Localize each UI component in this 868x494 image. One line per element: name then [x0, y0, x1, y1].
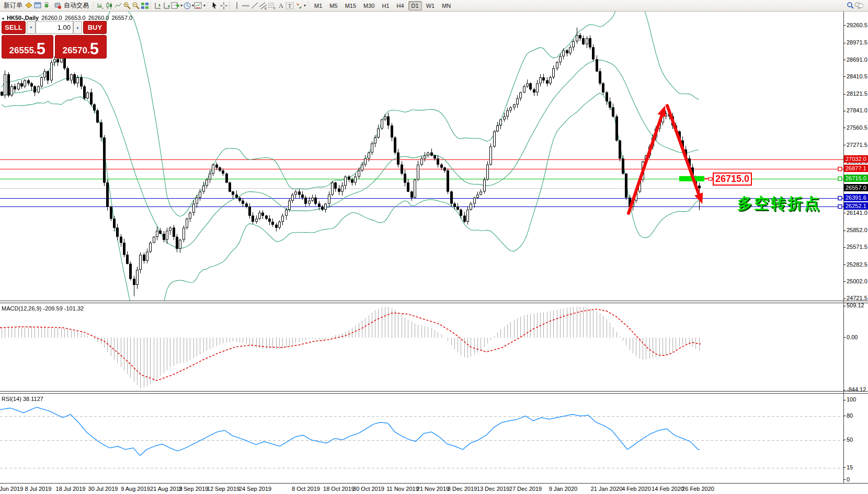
- tf-H4[interactable]: H4: [394, 1, 407, 10]
- autotrading-button[interactable]: 自动交易: [51, 1, 91, 10]
- svg-text:E: E: [265, 7, 267, 10]
- price-tick-mark: [843, 94, 846, 95]
- new-chart-icon[interactable]: [171, 1, 180, 10]
- candlestick-chart-icon[interactable]: [105, 1, 113, 10]
- search-icon[interactable]: [846, 1, 854, 10]
- equidistant-channel-icon[interactable]: E: [259, 1, 268, 10]
- macd-tick-mark: [843, 390, 846, 390]
- price-chart-canvas[interactable]: [0, 12, 843, 301]
- price-tick-mark: [843, 43, 846, 43]
- macd-pane-canvas[interactable]: [0, 303, 843, 391]
- arrange-b-icon[interactable]: [162, 1, 171, 10]
- data-window-icon[interactable]: [33, 1, 42, 10]
- chart-ohlc-info: ▴ HK50-,Daily 26260.0 26653.0 26260.0 26…: [2, 15, 132, 21]
- price-callout[interactable]: 26715.0: [713, 173, 752, 186]
- period-icon[interactable]: [182, 1, 191, 10]
- market-watch-icon[interactable]: [25, 1, 33, 10]
- sell-price-display[interactable]: 26555.5: [2, 35, 53, 59]
- price-tick-mark: [843, 247, 846, 248]
- price-tick-mark: [843, 231, 846, 231]
- chart-properties-dropdown-icon[interactable]: ▾: [203, 3, 205, 8]
- svg-text:T: T: [288, 3, 291, 9]
- one-click-trading-panel: SELL ▼ ▲ BUY 26555.5 26570.5: [2, 21, 107, 59]
- tf-M5[interactable]: M5: [326, 1, 340, 10]
- bar-chart-icon[interactable]: [96, 1, 105, 10]
- date-tick-label: 26 Feb 2020: [675, 486, 722, 492]
- price-tick-mark: [843, 60, 846, 60]
- sell-price-base: 26555: [9, 45, 34, 56]
- buy-button-label: BUY: [88, 24, 102, 31]
- line-chart-icon[interactable]: [113, 1, 122, 10]
- tile-windows-icon[interactable]: [140, 1, 149, 10]
- autotrading-label: 自动交易: [64, 1, 89, 10]
- volume-down-button[interactable]: ▼: [27, 21, 36, 34]
- toolbar-grip[interactable]: [92, 2, 95, 9]
- rsi-tick-mark: [843, 416, 846, 416]
- price-tick-mark: [843, 145, 846, 145]
- price-tick-label: 28410.5: [847, 73, 867, 79]
- rsi-tick-label: 80: [847, 412, 853, 419]
- chart-properties-icon[interactable]: [194, 1, 203, 10]
- text-icon[interactable]: A: [277, 1, 285, 10]
- price-level-label: 26715.0: [844, 175, 868, 182]
- price-tick-label: 25282.5: [847, 261, 867, 268]
- toolbar-grip2[interactable]: [207, 2, 209, 9]
- tf-MN[interactable]: MN: [439, 1, 454, 10]
- sell-button[interactable]: SELL: [2, 21, 26, 34]
- toolbar-grip3[interactable]: [307, 2, 310, 9]
- new-order-label: 新订单: [4, 1, 22, 10]
- horizontal-line-icon[interactable]: [241, 1, 250, 10]
- zoom-out-icon[interactable]: [131, 1, 140, 10]
- sell-price-pips: 5: [37, 41, 45, 56]
- text-label-icon[interactable]: T: [285, 1, 294, 10]
- date-tick-label: 24 Sep 2019: [232, 486, 279, 492]
- fibonacci-icon[interactable]: F: [268, 1, 277, 10]
- crosshair-icon[interactable]: [219, 1, 228, 10]
- date-tick-label: 9 Jan 2020: [540, 486, 587, 492]
- navigator-icon[interactable]: [42, 1, 51, 10]
- low-value: 26260.0: [88, 15, 109, 21]
- buy-price-display[interactable]: 26570.5: [55, 35, 107, 59]
- price-tick-label: 27560.5: [847, 124, 867, 131]
- pane-separator[interactable]: [0, 391, 868, 392]
- volume-input[interactable]: [36, 21, 73, 34]
- rsi-pane-canvas[interactable]: [0, 394, 843, 483]
- arrange-a-icon[interactable]: [153, 1, 162, 10]
- symbol-period-label: HK50-,Daily: [7, 15, 39, 21]
- tf-M1[interactable]: M1: [311, 1, 325, 10]
- price-tick-mark: [843, 128, 846, 128]
- pane-separator[interactable]: [0, 301, 868, 301]
- tf-M30[interactable]: M30: [360, 1, 378, 10]
- buy-price-base: 26570: [63, 45, 87, 56]
- annotation-text[interactable]: 多空转折点: [737, 193, 821, 214]
- arrows-icon[interactable]: [294, 1, 303, 10]
- main-toolbar: 新订单 自动交易: [0, 0, 868, 12]
- tf-H1[interactable]: H1: [379, 1, 392, 10]
- macd-tick-mark: [843, 306, 846, 306]
- tf-D1[interactable]: D1: [408, 1, 422, 10]
- trendline-icon[interactable]: [250, 1, 259, 10]
- buy-price-pips: 5: [90, 41, 99, 56]
- chart-marker-icon: ▴: [2, 16, 4, 20]
- arrows-dropdown-icon[interactable]: ▾: [304, 3, 306, 8]
- tf-W1[interactable]: W1: [423, 1, 438, 10]
- tf-M15[interactable]: M15: [342, 1, 359, 10]
- price-level-label: 26557.0: [844, 184, 868, 191]
- chat-icon[interactable]: [854, 1, 863, 10]
- autotrading-icon: [53, 1, 62, 10]
- time-axis[interactable]: 25 Jun 20198 Jul 201918 Jul 201930 Jul 2…: [0, 484, 843, 494]
- price-tick-mark: [843, 265, 846, 265]
- vertical-line-icon[interactable]: [232, 1, 241, 10]
- rsi-tick-mark: [843, 440, 846, 440]
- zoom-in-icon[interactable]: [122, 1, 131, 10]
- volume-up-button[interactable]: ▲: [73, 21, 82, 34]
- price-tick-label: 28691.0: [847, 56, 867, 63]
- macd-tick-label: -844.12: [847, 386, 866, 393]
- new-order-button[interactable]: 新订单: [2, 1, 25, 10]
- buy-button[interactable]: BUY: [83, 21, 107, 34]
- price-tick-mark: [843, 298, 846, 299]
- cursor-icon[interactable]: [210, 1, 219, 10]
- rsi-tick-mark: [843, 467, 846, 468]
- macd-label: MACD(12,26,9) -209.59 -101.32: [2, 305, 84, 312]
- timeframes-bar: M1M5M15M30H1H4D1W1MN: [311, 1, 454, 10]
